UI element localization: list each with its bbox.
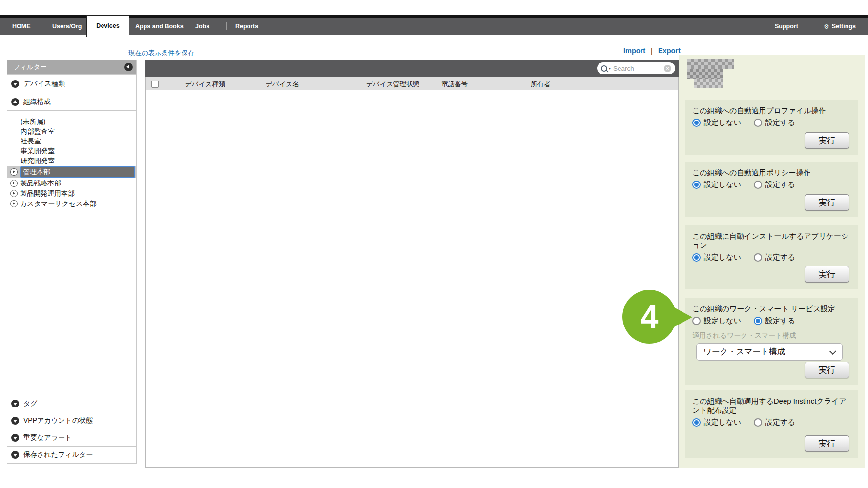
radio-do-not-set[interactable]: 設定しない [692,418,741,427]
search-icon [601,65,607,72]
table-toolbar: ▾ × [145,60,679,77]
selected-option: ワーク・スマート構成 [703,346,785,357]
nav-support[interactable]: Support [775,23,798,30]
radio-icon [692,317,701,325]
radio-label: 設定しない [704,316,741,325]
nav-separator [181,22,181,30]
org-item[interactable]: カスタマーサクセス本部 [7,199,136,209]
select-all-checkbox[interactable] [151,81,159,88]
org-item[interactable]: 製品開発運用本部 [7,188,136,199]
tab-reports[interactable]: Reports [235,23,258,30]
card-work-smart-service: この組織のワーク・スマート サービス設定 設定しない 設定する 適用されるワーク… [685,298,858,385]
expand-node-icon[interactable] [10,168,18,176]
column-header-phone-number[interactable]: 電話番号 [441,80,468,89]
radio-group: 設定しない 設定する [692,316,851,325]
chevron-up-icon [11,98,19,106]
work-smart-config-select[interactable]: ワーク・スマート構成 [696,343,843,361]
execute-button[interactable]: 実行 [805,435,849,452]
card-title: この組織への自動適用プロファイル操作 [692,106,851,115]
org-tree: (未所属) 内部監査室 社長室 事業開発室 研究開発室 管理本部 製品戦略本部 … [7,110,136,395]
tab-home[interactable]: HOME [12,23,31,30]
radio-label: 設定する [765,118,795,127]
org-item[interactable]: 事業開発室 [7,146,136,156]
chevron-down-icon [829,348,836,355]
tab-users-org[interactable]: Users/Org [52,23,82,30]
table-header: デバイス種類 デバイス名 デバイス管理状態 電話番号 所有者 [145,77,679,90]
import-link[interactable]: Import [623,47,645,55]
radio-icon [692,119,701,127]
section-label: VPPアカウントの状態 [23,416,93,425]
filter-header: フィルター [7,60,136,74]
section-saved-filters[interactable]: 保存されたフィルター [7,446,136,463]
expand-node-icon[interactable] [10,190,18,197]
filter-sidebar: フィルター デバイス種類 組織構成 (未所属) 内部監査室 社長室 事業開発室 … [7,60,137,464]
tab-apps-and-books[interactable]: Apps and Books [135,23,184,30]
card-auto-policy: この組織への自動適用ポリシー操作 設定しない 設定する 実行 [685,162,858,217]
search-box[interactable]: ▾ × [597,62,675,74]
radio-label: 設定する [765,316,795,325]
device-table: ▾ × デバイス種類 デバイス名 デバイス管理状態 電話番号 所有者 [145,60,679,468]
section-org-structure[interactable]: 組織構成 [7,93,136,110]
applied-config-label: 適用されるワーク・スマート構成 [692,331,851,340]
section-important-alerts[interactable]: 重要なアラート [7,429,136,446]
execute-button[interactable]: 実行 [805,132,849,149]
radio-set[interactable]: 設定する [754,253,795,262]
radio-icon [692,418,701,427]
section-device-type[interactable]: デバイス種類 [7,74,136,93]
column-header-management-status[interactable]: デバイス管理状態 [366,80,419,89]
chevron-left-icon [126,65,129,69]
section-vpp-account-status[interactable]: VPPアカウントの状態 [7,412,136,429]
radio-group: 設定しない 設定する [692,418,851,427]
radio-label: 設定しない [704,118,741,127]
radio-set[interactable]: 設定する [754,118,795,127]
radio-group: 設定しない 設定する [692,118,851,127]
radio-do-not-set[interactable]: 設定しない [692,253,741,262]
radio-label: 設定する [765,253,795,262]
radio-label: 設定する [765,418,795,427]
radio-icon [754,181,762,189]
radio-set[interactable]: 設定する [754,180,795,189]
save-view-link[interactable]: 現在の表示条件を保存 [128,49,195,58]
search-input[interactable] [612,64,662,73]
radio-set[interactable]: 設定する [754,316,795,325]
radio-label: 設定しない [704,180,741,189]
callout-number: 4 [641,298,659,335]
org-settings-panel: この組織への自動適用プロファイル操作 設定しない 設定する 実行 この組織への自… [679,55,865,468]
section-tags[interactable]: タグ [7,395,136,412]
section-label: 組織構成 [23,98,51,106]
card-title: この組織への自動適用ポリシー操作 [692,168,851,177]
org-item[interactable]: 研究開発室 [7,156,136,166]
card-title: この組織に自動インストールするアプリケーション [692,231,851,250]
radio-group: 設定しない 設定する [692,180,851,189]
column-header-device-name[interactable]: デバイス名 [266,80,299,89]
org-item[interactable]: 社長室 [7,137,136,146]
expand-node-icon[interactable] [10,200,18,207]
org-item-selected[interactable]: 管理本部 [7,166,136,178]
column-header-owner[interactable]: 所有者 [531,80,551,89]
org-item[interactable]: 内部監査室 [7,127,136,137]
tab-jobs[interactable]: Jobs [195,23,209,30]
radio-icon [754,317,762,325]
chevron-down-icon [11,400,19,407]
org-item-unassigned[interactable]: (未所属) [7,117,136,127]
expand-node-icon[interactable] [10,180,18,187]
search-scope-caret[interactable]: ▾ [609,66,611,71]
execute-button[interactable]: 実行 [805,194,849,211]
execute-button[interactable]: 実行 [805,266,849,283]
export-link[interactable]: Export [658,47,681,55]
tab-devices[interactable]: Devices [86,15,129,37]
collapse-sidebar-button[interactable] [124,63,133,71]
execute-button[interactable]: 実行 [805,362,849,378]
chevron-down-icon [11,434,19,442]
settings-label: Settings [832,23,856,30]
radio-do-not-set[interactable]: 設定しない [692,118,741,127]
org-item[interactable]: 製品戦略本部 [7,178,136,188]
radio-label: 設定する [765,180,795,189]
radio-set[interactable]: 設定する [754,418,795,427]
nav-settings[interactable]: ⚙ Settings [824,23,856,30]
column-header-device-type[interactable]: デバイス種類 [185,80,225,89]
radio-do-not-set[interactable]: 設定しない [692,180,741,189]
radio-do-not-set[interactable]: 設定しない [692,316,741,325]
nav-separator [44,22,44,30]
clear-search-icon[interactable]: × [664,65,671,72]
